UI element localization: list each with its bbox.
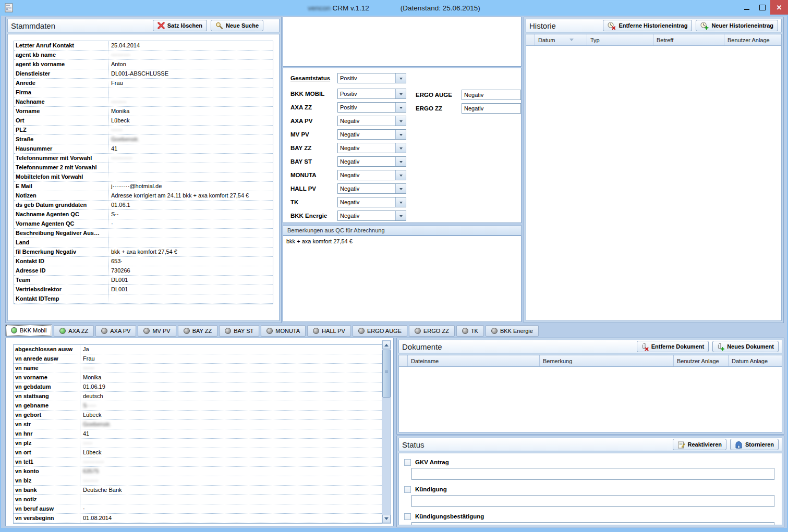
chevron-down-icon[interactable] [395,130,406,139]
field-value[interactable] [80,495,382,504]
column-header[interactable]: Datum [535,34,587,45]
column-header[interactable]: Typ [587,34,653,45]
column-header[interactable]: Betreff [653,34,724,45]
checkbox[interactable] [404,486,411,493]
field-value[interactable]: 01.08.2014 [80,514,382,523]
field-value[interactable]: Frau [108,79,273,88]
stornieren-button[interactable]: Stornieren [730,439,779,450]
checkbox[interactable] [404,513,411,520]
satz-loeschen-button[interactable]: Satz löschen [153,20,207,31]
field-value[interactable]: · [108,219,273,228]
field-value[interactable]: Goebenstr. [80,420,382,429]
field-value[interactable] [108,88,273,97]
tab[interactable]: AXA ZZ [54,325,94,337]
field-value[interactable]: bkk + axa komfort 27,54 € [108,248,273,256]
chevron-down-icon[interactable] [395,184,406,193]
tab[interactable]: AXA PV [95,325,136,337]
field-value[interactable]: deutsch [80,392,382,401]
chevron-down-icon[interactable] [395,197,406,207]
field-value[interactable]: Lübeck [80,411,382,419]
scroll-down-button[interactable] [382,515,391,523]
dokumente-grid-body[interactable] [399,367,782,432]
field-value[interactable] [108,238,273,247]
reaktivieren-button[interactable]: Reaktivieren [673,439,726,450]
field-value[interactable]: S····· [80,401,382,410]
status-value-field[interactable]: Negativ [462,90,521,100]
tab[interactable]: ERGO ZZ [409,325,455,337]
scroll-up-button[interactable] [382,341,391,349]
field-value[interactable] [108,229,273,238]
field-value[interactable]: Monika [108,107,273,116]
field-value[interactable]: ··········· [80,457,382,466]
field-value[interactable]: Goebenstr. [108,135,273,144]
field-value[interactable]: Lübeck [108,116,273,125]
status-text-input[interactable] [411,468,774,480]
status-dropdown[interactable]: Negativ [337,211,406,221]
field-value[interactable]: 25.04.2014 [108,41,273,50]
chevron-down-icon[interactable] [395,73,406,83]
tab[interactable]: MV PV [138,325,176,337]
status-dropdown[interactable]: Negativ [337,197,406,207]
field-value[interactable]: DL001 [108,276,273,284]
chevron-down-icon[interactable] [395,211,406,220]
historie-grid-body[interactable] [526,46,781,320]
status-dropdown[interactable]: Positiv [337,89,406,99]
entferne-dokument-button[interactable]: Entferne Dokument [637,341,709,352]
chevron-down-icon[interactable] [395,157,406,166]
field-value[interactable]: S·· [108,210,273,219]
field-value[interactable]: ·········· [108,51,273,59]
chevron-down-icon[interactable] [395,116,406,126]
field-value[interactable]: Anton [108,60,273,69]
field-value[interactable]: 41 [80,429,382,438]
status-dropdown[interactable]: Negativ [337,156,406,167]
chevron-down-icon[interactable] [395,170,406,180]
field-value[interactable]: ········ [80,476,382,485]
field-value[interactable]: Lübeck [80,448,382,457]
field-value[interactable]: ······ [108,126,273,134]
minimize-button[interactable] [739,0,755,15]
field-value[interactable]: DL001 [108,285,273,294]
maximize-button[interactable] [755,0,770,15]
top-info-box[interactable] [283,17,522,67]
field-value[interactable]: DL001-ABSCHLÜSSE [108,69,273,78]
chevron-down-icon[interactable] [395,89,406,98]
vertical-scrollbar[interactable] [382,340,391,524]
entferne-historieneintrag-button[interactable]: Entferne Historieneintrag [603,20,692,31]
tab[interactable]: BKK Energie [486,325,539,337]
column-header[interactable]: Benutzer Anlage [674,355,729,366]
status-dropdown[interactable]: Negativ [337,183,406,194]
status-dropdown[interactable]: Positiv [337,102,406,113]
tab[interactable]: BAY ST [219,325,259,337]
tab[interactable]: MONUTA [261,325,306,337]
column-header[interactable]: Bemerkung [540,355,674,366]
tab[interactable]: ERGO AUGE [353,325,407,337]
close-button[interactable]: ✕ [770,0,788,15]
tab[interactable]: HALL PV [307,325,351,337]
field-value[interactable]: 01.06.19 [80,382,382,391]
field-value[interactable]: 63575 [80,467,382,476]
status-value-field[interactable]: Negativ [462,103,521,114]
field-value[interactable]: 730266 [108,266,273,275]
tab[interactable]: TK [456,325,484,337]
field-value[interactable]: ······ [80,364,382,373]
field-value[interactable]: · [80,504,382,513]
status-dropdown[interactable]: Negativ [337,143,406,153]
checkbox[interactable] [404,459,411,466]
field-value[interactable] [108,163,273,172]
field-value[interactable]: j·········@hotmial.de [108,182,273,191]
neuer-historieneintrag-button[interactable]: Neuer Historieneintrag [696,20,778,31]
column-header[interactable]: Benutzer Anlage [724,34,781,45]
field-value[interactable]: Deutsche Bank [80,486,382,494]
field-value[interactable]: Frau [80,354,382,363]
chevron-down-icon[interactable] [395,103,406,112]
field-value[interactable]: 01.06.1 [108,201,273,209]
neues-dokument-button[interactable]: Neues Dokument [712,341,779,352]
neue-suche-button[interactable]: Neue Suche [211,20,263,31]
gesamtstatus-dropdown[interactable]: Positiv [337,73,406,83]
field-value[interactable]: Monika [80,373,382,382]
status-text-input[interactable] [411,495,774,507]
status-dropdown[interactable]: Negativ [337,129,406,140]
field-value[interactable]: ··········· [108,154,273,163]
status-text-input[interactable] [411,522,774,525]
field-value[interactable] [108,294,273,303]
